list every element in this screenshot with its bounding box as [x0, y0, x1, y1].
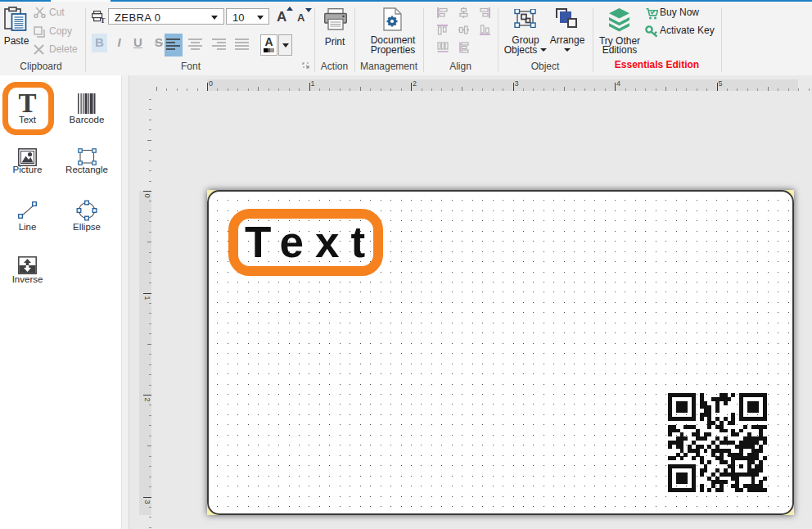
svg-text:T: T — [101, 16, 106, 24]
